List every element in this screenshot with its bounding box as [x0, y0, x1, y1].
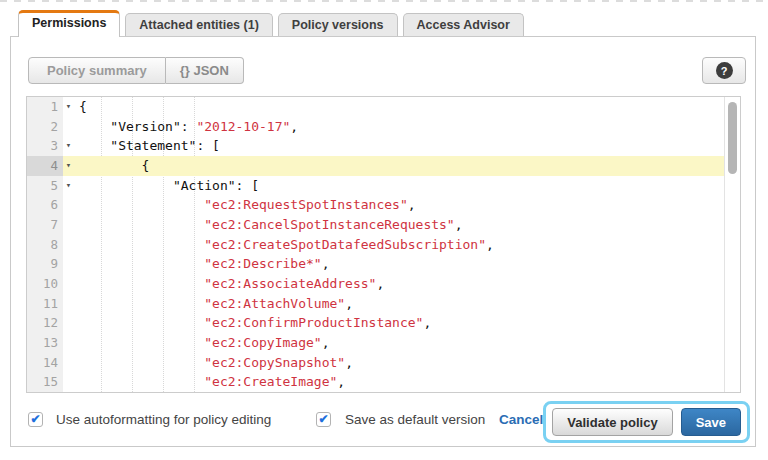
fold-arrow-icon[interactable]: ▾: [63, 156, 74, 176]
checkmark-icon: ✔: [318, 413, 328, 425]
code-line-1[interactable]: 1▾{: [27, 97, 740, 117]
policy-json-editor[interactable]: 1▾{2 "Version": "2012-10-17",3▾ "Stateme…: [26, 96, 741, 393]
line-number: 7: [27, 215, 63, 235]
tab-attached-entities[interactable]: Attached entities (1): [125, 13, 272, 36]
code-text: "ec2:Describe*",: [74, 254, 740, 274]
code-text: "Action": [: [74, 176, 740, 196]
focus-ring: Validate policy Save: [543, 401, 750, 443]
code-text: "ec2:CopySnapshot",: [74, 353, 740, 373]
line-number: 15: [27, 372, 63, 392]
fold-spacer: [63, 333, 74, 353]
permissions-panel: Policy summary {} JSON ? 1▾{2 "Version":…: [10, 36, 756, 447]
line-number: 8: [27, 235, 63, 255]
code-text: "ec2:CreateImage",: [74, 372, 740, 392]
line-number: 3: [27, 136, 63, 156]
fold-spacer: [63, 195, 74, 215]
code-line-5[interactable]: 5▾ "Action": [: [27, 176, 740, 196]
cancel-link[interactable]: Cancel: [499, 412, 543, 427]
fold-spacer: [63, 235, 74, 255]
fold-spacer: [63, 254, 74, 274]
line-number: 2: [27, 117, 63, 137]
code-line-6[interactable]: 6 "ec2:RequestSpotInstances",: [27, 195, 740, 215]
code-text: "ec2:CopyImage",: [74, 333, 740, 353]
code-text: "ec2:RequestSpotInstances",: [74, 195, 740, 215]
tab-bar: Permissions Attached entities (1) Policy…: [18, 10, 524, 36]
code-line-12[interactable]: 12 "ec2:ConfirmProductInstance",: [27, 313, 740, 333]
line-number: 13: [27, 333, 63, 353]
scrollbar-thumb[interactable]: [728, 102, 737, 174]
default-version-checkbox[interactable]: ✔: [316, 412, 331, 427]
save-button[interactable]: Save: [681, 408, 741, 436]
code-line-14[interactable]: 14 "ec2:CopySnapshot",: [27, 353, 740, 373]
tab-policy-versions[interactable]: Policy versions: [278, 13, 398, 36]
fold-arrow-icon[interactable]: ▾: [63, 97, 74, 117]
fold-spacer: [63, 274, 74, 294]
code-line-8[interactable]: 8 "ec2:CreateSpotDatafeedSubscription",: [27, 235, 740, 255]
tab-permissions[interactable]: Permissions: [18, 10, 120, 37]
json-view-button[interactable]: {} JSON: [166, 57, 244, 84]
line-number: 6: [27, 195, 63, 215]
line-number: 9: [27, 254, 63, 274]
policy-summary-button[interactable]: Policy summary: [28, 57, 166, 84]
checkmark-icon: ✔: [30, 413, 40, 425]
fold-spacer: [63, 294, 74, 314]
line-number: 11: [27, 294, 63, 314]
fold-arrow-icon[interactable]: ▾: [63, 176, 74, 196]
fold-spacer: [63, 353, 74, 373]
autoformat-label: Use autoformatting for policy editing: [56, 412, 271, 428]
code-text: {: [74, 97, 740, 117]
autoformat-checkbox[interactable]: ✔: [28, 412, 43, 427]
fold-spacer: [63, 215, 74, 235]
code-line-3[interactable]: 3▾ "Statement": [: [27, 136, 740, 156]
code-text: "ec2:CancelSpotInstanceRequests",: [74, 215, 740, 235]
line-number: 4: [27, 156, 63, 176]
editor-scrollbar[interactable]: [724, 97, 740, 392]
code-text: {: [74, 156, 740, 176]
code-text: "ec2:CreateSpotDatafeedSubscription",: [74, 235, 740, 255]
line-number: 12: [27, 313, 63, 333]
code-line-10[interactable]: 10 "ec2:AssociateAddress",: [27, 274, 740, 294]
code-text: "ec2:ConfirmProductInstance",: [74, 313, 740, 333]
fold-spacer: [63, 117, 74, 137]
code-text: "ec2:AssociateAddress",: [74, 274, 740, 294]
code-text: "Version": "2012-10-17",: [74, 117, 740, 137]
line-number: 5: [27, 176, 63, 196]
help-icon: ?: [716, 62, 733, 79]
code-line-4[interactable]: 4▾ {: [27, 156, 740, 176]
help-button[interactable]: ?: [702, 57, 746, 84]
code-line-13[interactable]: 13 "ec2:CopyImage",: [27, 333, 740, 353]
code-text: "ec2:AttachVolume",: [74, 294, 740, 314]
code-line-15[interactable]: 15 "ec2:CreateImage",: [27, 372, 740, 392]
line-number: 10: [27, 274, 63, 294]
line-number: 1: [27, 97, 63, 117]
code-line-9[interactable]: 9 "ec2:Describe*",: [27, 254, 740, 274]
cropped-top-divider: [0, 0, 768, 2]
editor-lines: 1▾{2 "Version": "2012-10-17",3▾ "Stateme…: [27, 97, 740, 392]
line-number: 14: [27, 353, 63, 373]
code-text: "Statement": [: [74, 136, 740, 156]
default-version-label: Save as default version: [345, 412, 485, 428]
code-line-2[interactable]: 2 "Version": "2012-10-17",: [27, 117, 740, 137]
tab-access-advisor[interactable]: Access Advisor: [403, 13, 524, 36]
code-line-7[interactable]: 7 "ec2:CancelSpotInstanceRequests",: [27, 215, 740, 235]
view-toggle-group: Policy summary {} JSON: [28, 57, 244, 84]
fold-spacer: [63, 372, 74, 392]
fold-arrow-icon[interactable]: ▾: [63, 136, 74, 156]
code-line-11[interactable]: 11 "ec2:AttachVolume",: [27, 294, 740, 314]
validate-policy-button[interactable]: Validate policy: [552, 408, 672, 436]
fold-spacer: [63, 313, 74, 333]
